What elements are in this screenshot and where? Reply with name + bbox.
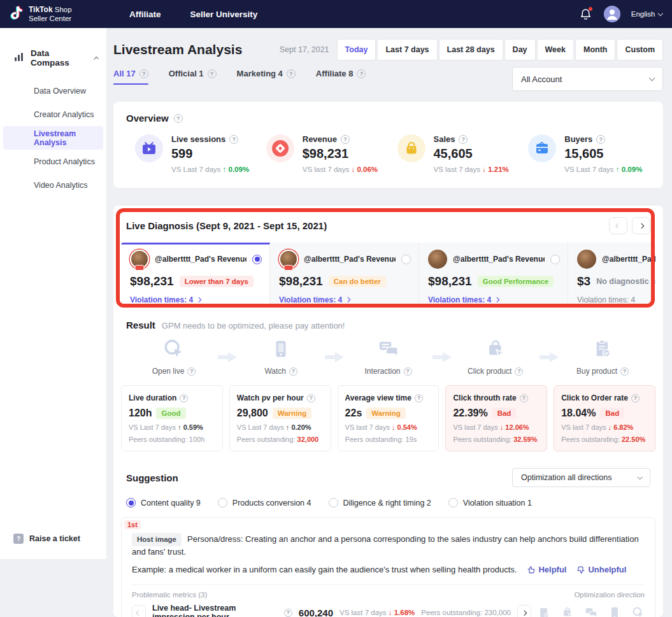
metric-vs: VS Last 7 days 0.09% [171,166,249,173]
funnel-step-click-product: Click product? [457,338,534,376]
topbar: TikTok Shop Seller Center Affiliate Sell… [0,0,672,28]
radio-products-conversion[interactable]: Products conversion 4 [218,498,311,507]
tab-official[interactable]: Official 1? [169,69,217,85]
sidebar-item-product-analytics[interactable]: Product Analytics [0,150,106,173]
help-icon[interactable]: ? [404,367,412,376]
range-button-last-28-days[interactable]: Last 28 days [439,39,503,60]
status-badge: Lower than 7 days [180,276,254,287]
tab-affiliate[interactable]: Affiliate 8? [316,69,366,85]
help-icon[interactable]: ? [341,135,350,144]
help-icon[interactable]: ? [174,114,183,123]
report-date: Sept 17, 2021 [280,45,329,54]
click-product-icon [561,606,574,617]
help-icon[interactable]: ? [208,69,217,78]
helpful-button[interactable]: Helpful [527,564,566,576]
radio-content-quality[interactable]: Content quality 9 [126,498,201,507]
raise-a-ticket-button[interactable]: ? Raise a ticket [13,534,80,544]
help-icon[interactable]: ? [307,394,315,402]
help-icon[interactable]: ? [415,394,423,402]
user-avatar[interactable] [604,6,620,22]
violation-link[interactable]: Violation times: 4 [428,295,560,304]
account-select[interactable]: All Account [512,67,663,91]
help-icon[interactable]: ? [287,69,296,78]
range-button-month[interactable]: Month [575,39,615,60]
radio-violation-situation[interactable]: Violation situation 1 [448,498,532,507]
diagnosis-card[interactable]: @albertttt_Pad's Revenue $98,231 Lower t… [121,243,270,304]
suggestion-tag: Host image [132,533,182,546]
carousel-next-button[interactable] [632,217,650,234]
help-icon[interactable]: ? [284,609,292,617]
sidebar-item-creator-analytics[interactable]: Creator Analytics [0,103,106,126]
status-badge: Bad [600,408,624,419]
diagnosis-radio[interactable] [401,255,411,264]
range-button-week[interactable]: Week [537,39,574,60]
metric-revenue: Revenue? $98,231 VS last 7 days 0.06% [257,134,389,173]
chevron-down-icon [649,75,655,82]
result-metric-avg-view-time: Average view time? 22s Warning VS last 7… [338,385,440,451]
tab-all[interactable]: All 17? [113,69,148,85]
metric-label: Buyers? [564,134,642,144]
sidebar-section-data-compass[interactable]: Data Compass [0,28,106,67]
funnel-step-buy-product: Buy product? [564,338,641,376]
topnav-seller-university[interactable]: Seller University [190,10,258,19]
metric-prev-button[interactable] [132,605,146,617]
help-icon[interactable]: ? [357,69,366,78]
result-metric-live-duration: Live duration? 120h Good VS Last 7 days … [121,385,223,451]
funnel-arrow-icon [213,350,242,364]
unhelpful-button[interactable]: Unhelpful [576,564,626,576]
help-icon[interactable]: ? [596,135,605,144]
metric-value: 15,605 [564,146,642,161]
status-badge: Good Performance [478,276,554,287]
thumbs-up-icon [527,565,536,574]
diagnosis-card[interactable]: @albertttt_Pad's Revenue $98,231 Can do … [270,243,419,304]
metric-next-button[interactable] [517,605,531,617]
problem-metric-name: Live head- Livestream impression per hou… [152,604,292,617]
metric-buyers: Buyers? 15,605 VS Last 7 days 0.09% [519,134,650,173]
help-icon[interactable]: ? [459,135,468,144]
range-button-last-7-days[interactable]: Last 7 days [377,39,437,60]
sidebar-item-data-overview[interactable]: Data Overview [0,79,106,103]
help-icon[interactable]: ? [631,394,640,402]
help-icon[interactable]: ? [620,367,629,376]
help-icon[interactable]: ? [139,69,148,78]
status-badge: Good [156,408,185,419]
language-selector[interactable]: English [631,10,662,18]
suggestion-title: Suggestion [126,472,178,483]
diagnosis-card[interactable]: @albertttt_Pad's $3 No diagnostic con Vi… [568,243,655,304]
diagnosis-card[interactable]: @albertttt_Pad's Revenue $98,231 Good Pe… [419,243,568,304]
notification-bell-icon[interactable] [579,7,593,21]
range-button-day[interactable]: Day [504,39,536,60]
help-icon[interactable]: ? [289,367,297,376]
buy-product-icon [538,606,550,617]
tiktok-shop-logo[interactable]: TikTok Shop Seller Center [0,4,104,24]
metric-value: 120h [129,408,152,419]
range-button-custom[interactable]: Custom [617,39,663,60]
sidebar-item-livestream-analysis[interactable]: Livestream Analysis [3,126,103,150]
help-icon[interactable]: ? [229,135,238,144]
delta-up: 0.09% [223,166,250,173]
help-icon[interactable]: ? [180,394,188,402]
range-button-today[interactable]: Today [337,39,376,60]
diagnosis-radio[interactable] [550,255,560,264]
metric-value: $98,231 [303,146,378,161]
help-icon[interactable]: ? [187,367,196,376]
tiktok-note-icon [8,4,24,24]
result-metric-click-to-order: Click to Order rate? 18.04% Bad VS last … [554,385,655,451]
violation-link[interactable]: Violation times: 4 [279,295,411,304]
status-badge: Bad [492,408,517,419]
chevron-down-icon [637,474,642,479]
carousel-prev-button[interactable] [609,217,627,234]
sidebar-item-video-analytics[interactable]: Video Analytics [0,173,106,197]
diagnosis-radio[interactable] [252,255,262,264]
status-badge: Can do better [329,276,386,287]
radio-diligence-timing[interactable]: Diligence & right timing 2 [329,498,431,507]
topnav-affiliate[interactable]: Affiliate [129,10,161,19]
tab-marketing[interactable]: Marketing 4? [237,69,296,85]
revenue-value: $98,231 [130,274,174,288]
violation-link[interactable]: Violation times: 4 [130,295,262,304]
help-icon[interactable]: ? [520,394,528,402]
delta-down: 0.06% [351,166,378,173]
help-icon[interactable]: ? [515,367,523,376]
optimization-direction-select[interactable]: Optimization all directions [512,468,650,487]
suggestion-filter-radios: Content quality 9 Products conversion 4 … [113,498,663,507]
